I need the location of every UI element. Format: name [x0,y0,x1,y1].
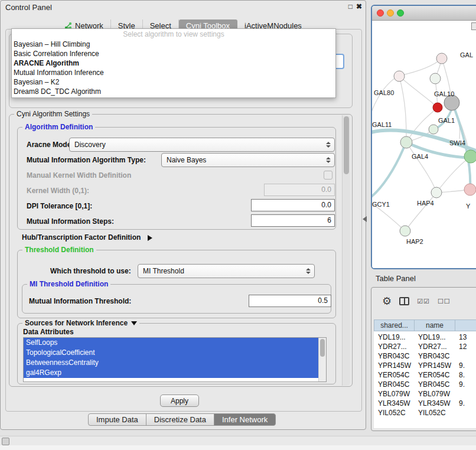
cyni-algorithm-settings-title: Cyni Algorithm Settings [14,110,92,118]
table-cell[interactable]: YBR043C [414,351,455,361]
apply-button[interactable]: Apply [160,394,199,407]
birdseye-toggle[interactable] [471,22,476,30]
network-view-window: GAL GAL80 GAL10 GAL11 GAL1 SWI4 GAL4 GCY… [371,5,476,269]
settings-scrollbar-thumb[interactable] [344,116,349,174]
settings-scrollbar[interactable] [342,115,350,386]
table-cell[interactable]: YPR145W [414,361,455,370]
select-all-checkboxes-icon[interactable]: ☑☑ [417,298,430,305]
which-threshold-label: Which threshold to use: [50,267,131,275]
table-cell[interactable]: 13 [455,332,476,342]
network-node[interactable] [429,125,438,134]
columns-icon[interactable] [399,297,409,305]
sources-header[interactable]: Sources for Network Inference [22,319,139,327]
table-cell[interactable]: YPR145W [374,361,414,370]
manual-kernel-width-checkbox [324,171,332,180]
column-header-name[interactable]: name [414,319,455,331]
mi-algorithm-type-label: Mutual Information Algorithm Type: [27,156,146,164]
status-strip [0,436,476,450]
table-cell[interactable]: YBR045C [374,380,414,389]
node-label: HAP2 [406,238,423,245]
which-threshold-select[interactable]: MI Threshold [138,264,315,278]
table-cell[interactable]: YER054C [414,370,455,380]
table-cell[interactable]: YER054C [374,370,414,380]
splitter-collapse-icon[interactable] [363,216,367,222]
aracne-mode-select[interactable]: Discovery [69,138,335,152]
dpi-tolerance-label: DPI Tolerance [0,1]: [27,202,92,210]
column-header-shared-name[interactable]: shared... [374,319,415,331]
table-cell[interactable]: YBL079W [414,389,455,399]
dropdown-item[interactable]: Mutual Information Inference [12,68,335,77]
minimize-traffic-light[interactable] [387,9,394,17]
table-cell[interactable] [455,408,476,418]
collapsed-panel-icon[interactable] [2,438,9,445]
network-node[interactable] [400,136,412,148]
table-cell[interactable]: YDR27... [414,342,455,351]
table-cell[interactable]: 9. [455,361,476,370]
node-label: Y [466,203,471,210]
network-node[interactable] [436,53,447,64]
chevron-updown-icon [326,142,331,148]
column-header-cut[interactable] [455,319,476,331]
dpi-tolerance-input[interactable]: 0.0 [251,199,335,211]
attribute-list-item[interactable]: gal4RGexp [24,368,326,378]
close-window-icon[interactable]: ✖ [356,2,362,11]
network-node-highlighted[interactable] [433,103,442,112]
mi-algorithm-type-select[interactable]: Naive Bayes [161,153,335,167]
deselect-all-checkboxes-icon[interactable]: ☐☐ [438,298,451,305]
dropdown-item[interactable]: Bayesian – Hill Climbing [12,40,335,49]
chevron-updown-icon [326,157,331,163]
table-cell[interactable]: 8. [455,370,476,380]
attribute-list-item[interactable]: TopologicalCoefficient [24,348,326,358]
table-cell[interactable]: YDL19... [414,332,455,342]
dropdown-item[interactable]: Basic Correlation Inference [12,49,335,58]
float-window-icon[interactable]: □ [348,2,353,11]
tab-discretize-data[interactable]: Discretize Data [146,413,214,426]
tab-infer-network[interactable]: Infer Network [214,413,276,426]
table-cell[interactable]: YIL052C [374,408,414,418]
table-cell[interactable]: YIL052C [414,408,455,418]
attribute-list-item[interactable]: BetweennessCentrality [24,358,326,368]
gear-icon[interactable]: ⚙ [382,296,392,306]
table-cell[interactable]: YBR045C [414,380,455,389]
dropdown-item[interactable]: Bayesian – K2 [12,77,335,87]
network-node[interactable] [464,150,476,163]
table-cell[interactable]: 9. [455,380,476,389]
mi-threshold-label: Mutual Information Threshold: [29,297,131,305]
network-node[interactable] [394,71,405,81]
network-window-titlebar[interactable] [372,6,476,21]
table-cell[interactable]: YLR345W [414,399,455,408]
table-cell[interactable] [455,389,476,399]
dropdown-item[interactable]: Dream8 DC_TDC Algorithm [12,87,335,96]
data-attributes-list[interactable]: SelfLoops TopologicalCoefficient Between… [23,337,327,382]
table-cell[interactable]: YDL19... [374,332,414,342]
table-cell[interactable]: 12 [455,342,476,351]
aracne-mode-label: Aracne Mode: [27,141,73,149]
expand-right-icon[interactable] [148,235,152,241]
desktop: Control Panel □ ✖ Network Style Select C… [0,0,476,450]
table-cell[interactable] [455,351,476,361]
table-panel-toolbar: ⚙ ☑☑ ☐☐ [382,296,451,306]
tab-impute-data[interactable]: Impute Data [88,413,146,426]
network-node[interactable] [431,187,442,198]
table-cell[interactable]: 9. [455,399,476,408]
network-node[interactable] [464,184,476,195]
mi-steps-input[interactable]: 6 [251,214,335,227]
attributes-scrollbar[interactable] [318,338,326,381]
hub-definition-expander[interactable]: Hub/Transcription Factor Definition [22,233,152,242]
zoom-traffic-light[interactable] [397,9,404,17]
attributes-scrollbar-thumb[interactable] [320,339,325,357]
mi-threshold-input[interactable]: 0.5 [249,295,331,307]
table-cell[interactable]: YBR043C [374,351,414,361]
network-node[interactable] [400,226,410,236]
table-cell[interactable]: YBL079W [374,389,414,399]
close-traffic-light[interactable] [377,9,384,17]
node-label: HAP4 [417,200,434,207]
network-node[interactable] [430,73,441,84]
network-canvas[interactable]: GAL GAL80 GAL10 GAL11 GAL1 SWI4 GAL4 GCY… [372,21,476,268]
control-panel-window: Control Panel □ ✖ Network Style Select C… [0,0,366,430]
collapse-down-icon[interactable] [131,321,137,325]
table-cell[interactable]: YLR345W [374,399,414,408]
attribute-list-item[interactable]: SelfLoops [24,338,326,348]
dropdown-item-selected[interactable]: ARACNE Algorithm [12,58,335,68]
table-cell[interactable]: YDR27... [374,342,414,351]
